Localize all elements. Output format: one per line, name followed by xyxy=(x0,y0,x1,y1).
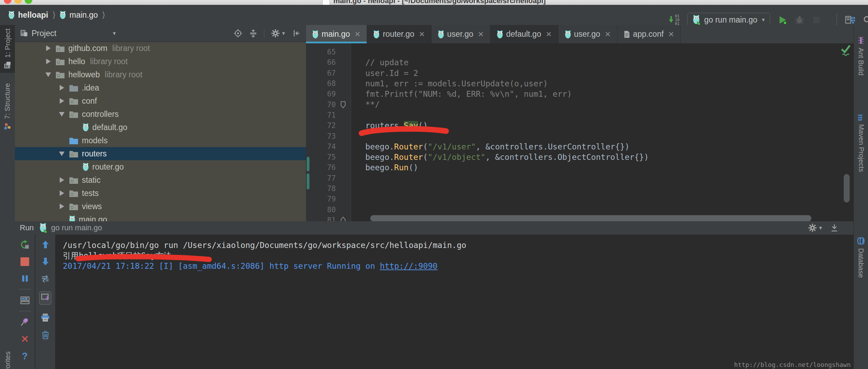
tab-main.go[interactable]: main.go✕ xyxy=(306,25,367,43)
tree-row-.idea[interactable]: .idea xyxy=(15,81,306,94)
code-line-80[interactable] xyxy=(365,204,853,215)
editor-gutter: 6566676869707172737475767778798081 xyxy=(306,43,351,221)
tree-row-router.go[interactable]: router.go xyxy=(15,160,306,173)
tree-row-models[interactable]: models xyxy=(15,134,306,147)
run-console-output[interactable]: /usr/local/go/bin/go run /Users/xiaolong… xyxy=(56,234,853,369)
debug-button[interactable] xyxy=(795,15,804,25)
stop-icon[interactable] xyxy=(20,257,29,266)
fold-marker-icon[interactable] xyxy=(336,101,350,108)
tree-row-helloweb[interactable]: helloweblibrary root xyxy=(15,68,306,81)
tree-row-static[interactable]: static xyxy=(15,173,306,187)
tab-user.go[interactable]: user.go✕ xyxy=(432,25,491,43)
expand-arrow-icon[interactable] xyxy=(60,204,64,209)
tool-stripe----project[interactable]: 1: Project xyxy=(0,25,15,73)
tree-row-conf[interactable]: conf xyxy=(15,94,306,108)
clear-all-icon[interactable] xyxy=(41,330,50,340)
locate-icon[interactable] xyxy=(233,29,242,38)
tree-row-tests[interactable]: tests xyxy=(15,187,306,200)
scroll-to-end-icon[interactable] xyxy=(39,291,51,305)
code-line-79[interactable] xyxy=(365,194,853,204)
tab-router.go[interactable]: router.go✕ xyxy=(367,25,431,43)
horizontal-scrollbar-thumb[interactable] xyxy=(370,215,811,222)
code-line-72[interactable]: routers.Say() xyxy=(365,120,853,131)
tree-item-label: default.go xyxy=(92,123,127,132)
run-header-toolbar: ▼ xyxy=(808,223,849,233)
tool-stripe-ant-build[interactable]: Ant Build xyxy=(854,30,868,82)
hide-panel-icon[interactable] xyxy=(292,29,301,38)
restore-layout-icon[interactable] xyxy=(20,295,30,305)
tree-row-routers[interactable]: routers xyxy=(15,147,306,160)
expand-arrow-icon[interactable] xyxy=(46,59,51,64)
tree-row-main.go[interactable]: main.go xyxy=(15,213,306,221)
code-line-74[interactable]: beego.Router("/v1/user", &controllers.Us… xyxy=(365,141,853,152)
print-icon[interactable] xyxy=(41,313,50,322)
close-tab-icon[interactable]: ✕ xyxy=(478,30,484,38)
inspections-ok-check-icon[interactable] xyxy=(840,44,851,57)
vertical-scrollbar-thumb[interactable] xyxy=(844,174,850,203)
rerun-icon[interactable] xyxy=(20,240,29,249)
tool-stripe----favorites[interactable]: 2: Favorites xyxy=(0,354,15,369)
tree-row-default.go[interactable]: default.go xyxy=(15,121,306,134)
code-line-78[interactable] xyxy=(365,183,853,194)
tool-windows-icon[interactable] xyxy=(845,15,855,25)
breadcrumb-chevron-icon: ⟩ xyxy=(52,10,56,20)
coverage-button[interactable] xyxy=(812,15,821,25)
code-line-69[interactable]: fmt.Printf("NUM: %d, ERR: %v\n", num1, e… xyxy=(365,89,853,99)
tab-user.go[interactable]: user.go✕ xyxy=(559,25,618,43)
expand-arrow-icon[interactable] xyxy=(46,45,51,51)
expand-arrow-icon[interactable] xyxy=(60,177,64,183)
tool-stripe-database[interactable]: Database xyxy=(854,214,868,301)
code-line-73[interactable] xyxy=(365,131,853,141)
tree-row-hello[interactable]: hellolibrary root xyxy=(15,55,306,68)
hide-panel-down-icon[interactable] xyxy=(830,223,839,232)
tree-row-controllers[interactable]: controllers xyxy=(15,108,306,121)
settings-gear-icon[interactable]: ▼ xyxy=(808,223,823,233)
help-icon[interactable]: ? xyxy=(22,352,28,361)
expand-arrow-icon[interactable] xyxy=(60,98,64,104)
close-tab-icon[interactable]: ✕ xyxy=(419,30,425,38)
code-line-66[interactable]: // update xyxy=(365,57,853,68)
code-line-77[interactable] xyxy=(365,173,853,183)
code-line-75[interactable]: beego.Router("/v1/object", &controllers.… xyxy=(365,152,853,162)
code-line-65[interactable] xyxy=(365,47,853,57)
expand-arrow-icon[interactable] xyxy=(60,190,64,196)
run-button[interactable] xyxy=(778,15,787,25)
tool-stripe-maven-projects[interactable]: mMaven Projects xyxy=(854,94,868,191)
soft-wrap-icon[interactable] xyxy=(41,274,50,283)
collapse-all-icon[interactable] xyxy=(249,29,258,38)
project-view-dropdown-icon[interactable]: ▼ xyxy=(112,31,117,36)
breadcrumb-item-main.go[interactable]: main.go xyxy=(69,10,98,20)
line-number: 73 xyxy=(306,132,336,140)
close-tab-icon[interactable]: ✕ xyxy=(546,30,552,38)
server-url-link[interactable]: http://:9090 xyxy=(380,261,437,271)
tab-app.conf[interactable]: app.conf✕ xyxy=(618,25,681,43)
close-tab-icon[interactable]: ✕ xyxy=(605,30,611,38)
tree-row-github.com[interactable]: github.comlibrary root xyxy=(15,42,306,55)
expand-arrow-icon[interactable] xyxy=(60,85,64,91)
code-line-70[interactable]: **/ xyxy=(365,99,853,110)
code-line-67[interactable]: user.Id = 2 xyxy=(365,68,853,78)
pause-icon[interactable] xyxy=(20,274,29,283)
up-stack-icon[interactable] xyxy=(41,240,50,249)
tree-item-label: controllers xyxy=(82,110,119,119)
code-line-68[interactable]: num1, err := models.UserUpdate(o,user) xyxy=(365,78,853,89)
pin-icon[interactable] xyxy=(20,317,29,327)
close-tab-icon[interactable]: ✕ xyxy=(355,30,361,38)
run-config-select[interactable]: go run main.go▼ xyxy=(687,13,770,27)
tree-row-views[interactable]: views xyxy=(15,200,306,213)
breadcrumb-item-helloapi[interactable]: helloapi xyxy=(18,10,48,20)
code-editor[interactable]: // updateuser.Id = 2num1, err := models.… xyxy=(351,43,853,221)
tool-stripe----structure[interactable]: 7: Structure xyxy=(0,77,15,137)
down-stack-icon[interactable] xyxy=(41,257,50,266)
collapse-arrow-icon[interactable] xyxy=(59,152,65,156)
search-icon[interactable] xyxy=(863,15,868,25)
tab-default.go[interactable]: default.go✕ xyxy=(491,25,559,43)
code-line-71[interactable] xyxy=(365,110,853,120)
code-line-76[interactable]: beego.Run() xyxy=(365,162,853,173)
settings-gear-icon[interactable]: ▼ xyxy=(271,28,286,38)
collapse-arrow-icon[interactable] xyxy=(59,112,65,117)
close-tab-icon[interactable]: ✕ xyxy=(668,30,674,38)
vcs-update-icon[interactable]: 011001 xyxy=(669,14,679,26)
collapse-arrow-icon[interactable] xyxy=(45,72,51,77)
close-icon[interactable]: ✕ xyxy=(21,335,29,344)
